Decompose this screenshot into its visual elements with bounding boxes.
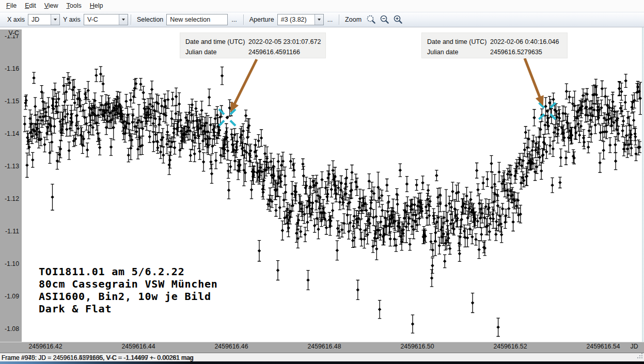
x-axis-value: JD [28,16,51,23]
tooltip-datetime-label: Date and time (UTC) [185,38,248,45]
status-bar: Frame #940: JD = 2459616.4591166, V-C = … [0,353,644,361]
x-tick-label: 2459616.42 [29,343,62,350]
menu-help[interactable]: Help [86,1,107,11]
y-tick-label: -1.14 [5,130,19,137]
status-frame-info-b: Frame #975: JD = 2459616.5279635, V-C = … [2,354,194,361]
zoom-out-icon[interactable] [379,13,391,26]
menu-tools[interactable]: Tools [62,1,86,11]
selection-value: New selection [170,16,210,23]
zoom-selection-icon[interactable] [365,13,378,26]
window-bottom-edge [0,361,644,364]
point-tooltip-2: Date and time (UTC) 2022-02-06 0:40:16.0… [421,33,568,58]
tooltip-jd-value: 2459616.5279635 [490,49,542,56]
menu-edit[interactable]: Edit [21,1,40,11]
toolbar: X axis JD Y axis V-C Selection New selec… [0,12,644,27]
y-tick-label: -1.15 [5,98,19,105]
y-tick-label: -1.10 [5,260,19,267]
annotation-line: TOI1811.01 am 5/6.2.22 [39,265,218,278]
y-tick-label: -1.13 [5,163,19,170]
point-tooltip-1: Date and time (UTC) 2022-02-05 23:01:07.… [180,33,326,58]
tooltip-jd-label: Julian date [185,49,248,56]
x-tick-label: 2459616.52 [494,343,527,350]
resize-grip[interactable] [637,353,643,360]
plot-region: 2459616.422459616.442459616.462459616.48… [0,27,644,353]
tooltip-datetime-value: 2022-02-05 23:01:07.672 [248,38,321,45]
annotation-line: Dark & Flat [39,303,218,315]
y-tick-label: -1.16 [5,65,19,72]
y-tick-label: -1.11 [5,228,19,235]
menu-file[interactable]: File [2,1,21,11]
annotation-line: 80cm Cassegrain VSW München [39,278,218,290]
x-axis-title: JD [630,343,638,350]
annotation-line: ASI1600, Bin2, 10w je Bild [39,290,218,303]
y-axis-value: V-C [84,16,119,23]
menu-view[interactable]: View [40,1,62,11]
tooltip-datetime-value: 2022-02-06 0:40:16.046 [490,38,559,45]
y-tick-label: -1.12 [5,195,19,202]
selection-input[interactable]: New selection [166,14,228,25]
y-tick-label: -1.08 [5,325,19,333]
x-tick-label: 2459616.44 [122,343,155,350]
chevron-down-icon[interactable] [315,14,323,25]
tooltip-jd-value: 2459616.4591166 [248,49,300,56]
annotation-arrow [525,58,544,106]
zoom-in-icon[interactable] [392,13,404,26]
observation-annotation: TOI1811.01 am 5/6.2.22 80cm Cassegrain V… [39,265,218,315]
menu-bar: File Edit View Tools Help [0,0,644,12]
toolbar-separator [339,14,339,25]
x-tick-label: 2459616.50 [401,343,434,350]
aperture-more-button[interactable]: ... [324,15,336,24]
selection-label: Selection [137,16,163,23]
y-tick-label: -1.09 [5,293,19,300]
chevron-down-icon[interactable] [51,14,59,25]
toolbar-separator [243,14,244,25]
selection-more-button[interactable]: ... [228,15,240,24]
aperture-value: #3 (3.82) [278,16,315,23]
x-axis-combobox[interactable]: JD [28,14,60,25]
y-axis-combobox[interactable]: V-C [84,14,128,25]
y-axis-title: V-C [9,29,20,37]
annotation-arrow [230,59,257,113]
tooltip-datetime-label: Date and time (UTC) [427,38,490,45]
x-axis-label: X axis [7,16,25,23]
chevron-down-icon[interactable] [119,14,128,25]
tooltip-jd-label: Julian date [427,49,490,56]
aperture-label: Aperture [249,16,274,23]
x-tick-label: 2459616.54 [587,343,620,350]
zoom-label: Zoom [345,16,362,23]
lightcurve-window: File Edit View Tools Help X axis JD Y ax… [0,0,644,364]
x-tick-label: 2459616.46 [215,343,248,350]
aperture-combobox[interactable]: #3 (3.82) [277,14,324,25]
toolbar-separator [131,14,131,25]
y-axis-label: Y axis [63,16,81,23]
x-tick-label: 2459616.48 [308,343,341,350]
